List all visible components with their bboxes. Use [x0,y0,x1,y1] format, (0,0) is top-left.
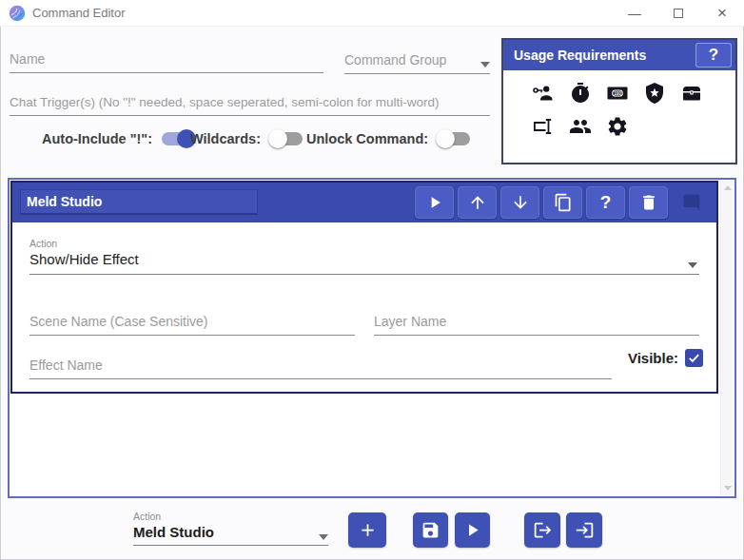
play-command-button[interactable] [415,186,454,219]
usage-requirements-title: Usage Requirements [514,48,646,63]
user-group-icon[interactable] [569,115,592,138]
play-icon [462,520,482,540]
chevron-down-icon [319,534,328,540]
command-group-dropdown[interactable]: Command Group [344,49,490,74]
wildcards-label: Wildcards: [190,131,261,146]
import-icon [575,520,595,540]
window-title: Command Editor [32,6,126,20]
app-logo-icon [9,5,26,22]
check-icon [687,351,701,365]
scroll-down-icon [724,486,732,491]
command-name-input[interactable] [21,190,257,213]
toggle-knob [436,129,455,148]
usage-icons-row-1: 100 [532,82,735,105]
scroll-up-icon [724,185,732,190]
bottom-action-dropdown[interactable]: Action Meld Studio [133,511,328,546]
command-name-box [20,189,258,215]
export-command-button[interactable] [524,512,560,548]
wildcards-toggle[interactable] [270,132,303,145]
comment-button-disabled [672,186,711,219]
chevron-down-icon [480,62,490,68]
wildcards-toggle-group: Wildcards: [190,126,303,152]
unlock-command-label: Unlock Command: [306,131,428,146]
close-button[interactable]: × [700,0,744,27]
visible-checkbox[interactable] [685,349,703,367]
export-icon [533,520,553,540]
copy-icon [554,193,573,212]
move-up-button[interactable] [458,186,497,219]
name-input[interactable] [10,48,323,73]
window-controls: — × [613,0,744,27]
visible-label: Visible: [628,350,678,366]
command-card-body: Action Show/Hide Effect Visible: [12,222,716,394]
run-command-button[interactable] [455,512,490,548]
currency-cost-icon[interactable]: 100 [606,82,629,105]
maximize-icon [674,9,683,18]
user-permission-key-icon[interactable] [532,82,555,105]
delete-command-button[interactable] [629,186,668,219]
command-card-header: ? [12,183,716,222]
bottom-action-label: Action [133,511,328,522]
plus-icon [358,520,378,540]
command-editor-window: Command Editor — × Command Group Auto-In… [0,0,744,560]
auto-include-toggle-group: Auto-Include "!": [42,126,194,152]
maximize-button[interactable] [656,0,700,27]
auto-include-toggle[interactable] [162,132,194,145]
minimize-button[interactable]: — [613,0,656,27]
usage-requirements-panel: Usage Requirements ? [501,38,737,164]
command-card: ? Action Show/Hide Effect [10,181,718,394]
action-dropdown[interactable]: Action Show/Hide Effect [29,238,699,275]
rank-shield-star-icon[interactable] [643,82,666,105]
loot-chest-icon[interactable] [680,82,703,105]
add-action-button[interactable] [348,512,386,548]
scene-name-input[interactable] [29,310,355,336]
chevron-down-icon [688,262,697,268]
auto-include-label: Auto-Include "!": [42,131,152,146]
layer-name-input[interactable] [374,310,699,336]
usage-icons-row-2 [532,115,735,138]
titlebar: Command Editor — × [0,0,744,27]
usage-help-button[interactable]: ? [695,43,732,68]
save-icon [421,520,441,540]
visible-checkbox-group: Visible: [628,349,703,367]
command-card-toolbar: ? [415,186,711,219]
command-group-placeholder: Command Group [344,52,446,68]
trash-icon [639,193,658,212]
rename-text-cursor-icon[interactable] [532,115,555,138]
cooldown-timer-icon[interactable] [569,82,592,105]
action-value: Show/Hide Effect [29,251,699,267]
arrow-up-icon [468,193,487,212]
move-down-button[interactable] [500,186,539,219]
toggle-knob [268,129,287,148]
effect-name-input[interactable] [29,354,612,379]
save-command-button[interactable] [413,512,448,548]
unlock-command-toggle[interactable] [438,132,470,145]
command-list-scrollbar[interactable] [720,181,734,495]
command-list-container: ? Action Show/Hide Effect [8,178,736,498]
duplicate-button[interactable] [543,186,582,219]
action-label: Action [29,238,699,249]
arrow-down-icon [511,193,530,212]
card-help-button[interactable]: ? [586,186,625,219]
bottom-action-value: Meld Studio [133,524,214,540]
usage-requirements-header: Usage Requirements ? [503,40,735,70]
unlock-command-toggle-group: Unlock Command: [306,126,470,152]
settings-gear-icon[interactable] [606,115,629,138]
usage-requirements-body: 100 [503,70,735,138]
comment-icon [682,193,701,212]
play-icon [425,193,444,212]
currency-100-text: 100 [614,91,621,96]
chat-triggers-input[interactable] [10,91,490,116]
import-command-button[interactable] [566,512,602,548]
